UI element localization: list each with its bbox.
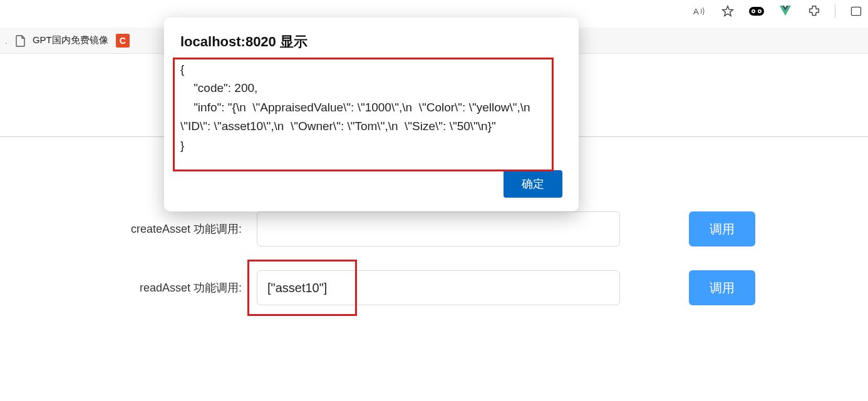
file-icon	[15, 34, 26, 47]
alert-body: { "code": 200, "info": "{\n \"AppraisedV…	[180, 60, 562, 160]
browser-toolbar-icons: A	[691, 3, 864, 20]
read-asset-label: readAsset 功能调用:	[100, 280, 244, 295]
bookmark-label: GPT国内免费镜像	[33, 34, 108, 46]
read-asset-input[interactable]	[257, 270, 620, 305]
bookmarks-leading-dot: .	[5, 36, 8, 46]
svg-text:A: A	[693, 7, 699, 16]
bookmark-c-icon[interactable]: C	[116, 34, 130, 48]
svg-point-6	[759, 11, 761, 13]
svg-rect-2	[749, 7, 764, 16]
create-asset-label: createAsset 功能调用:	[100, 221, 244, 236]
create-asset-call-button[interactable]: 调用	[689, 211, 755, 246]
alert-confirm-button[interactable]: 确定	[504, 170, 562, 198]
read-aloud-icon[interactable]: A	[691, 3, 707, 19]
create-asset-input[interactable]	[257, 211, 620, 246]
toolbar-divider	[835, 4, 835, 18]
extensions-icon[interactable]	[806, 3, 822, 19]
js-alert-dialog: localhost:8020 显示 { "code": 200, "info":…	[164, 18, 579, 211]
bookmark-item-gpt[interactable]: GPT国内免费镜像	[15, 34, 108, 47]
alert-actions: 确定	[180, 170, 562, 198]
read-asset-call-button[interactable]: 调用	[689, 270, 755, 305]
split-screen-icon[interactable]	[848, 3, 864, 19]
vue-icon[interactable]	[777, 3, 793, 19]
alert-title: localhost:8020 显示	[180, 33, 562, 51]
favorite-star-icon[interactable]	[720, 3, 736, 19]
read-asset-row: readAsset 功能调用: 调用	[100, 270, 755, 305]
create-asset-row: createAsset 功能调用: 调用	[100, 211, 755, 246]
svg-rect-9	[852, 7, 861, 15]
svg-point-5	[753, 11, 755, 13]
eyes-icon[interactable]	[748, 3, 765, 19]
svg-marker-1	[723, 6, 733, 16]
